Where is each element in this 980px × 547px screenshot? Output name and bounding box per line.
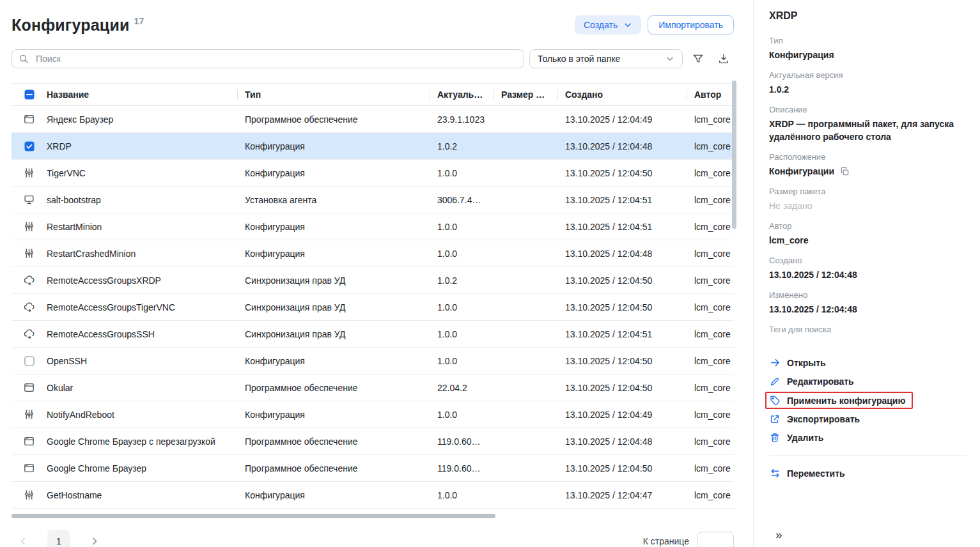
- sliders-icon[interactable]: [24, 167, 35, 178]
- detail-field-label: Изменено: [769, 290, 967, 300]
- page-title: Конфигурации17: [12, 16, 144, 35]
- row-created: 13.10.2025 / 12:04:48: [557, 141, 687, 151]
- table-row[interactable]: RemoteAccessGroupsXRDP Синхронизация пра…: [12, 267, 734, 294]
- table-row[interactable]: Яндекс Браузер Программное обеспечение 2…: [12, 106, 734, 133]
- table-row[interactable]: RemoteAccessGroupsTigerVNC Синхронизация…: [12, 294, 734, 321]
- detail-field-label: Описание: [769, 105, 967, 114]
- details-title: XRDP: [769, 10, 967, 22]
- delete-action[interactable]: Удалить: [765, 429, 831, 446]
- app-window-icon[interactable]: [24, 382, 35, 393]
- table-row[interactable]: RemoteAccessGroupsSSH Синхронизация прав…: [12, 321, 734, 348]
- row-name: RemoteAccessGroupsTigerVNC: [47, 302, 237, 312]
- row-name: RemoteAccessGroupsXRDP: [47, 275, 237, 286]
- table-row[interactable]: salt-bootstrap Установка агента 3006.7.4…: [12, 187, 734, 213]
- sliders-icon[interactable]: [24, 489, 35, 500]
- detail-field: Тип Конфигурация: [769, 36, 967, 61]
- filter-button[interactable]: [688, 49, 708, 68]
- download-button[interactable]: [713, 49, 734, 68]
- action-label: Удалить: [787, 433, 823, 443]
- detail-field: Описание XRDP — программный пакет, для з…: [769, 105, 967, 143]
- row-author: lcm_core: [687, 249, 734, 259]
- action-label: Редактировать: [787, 376, 854, 387]
- table-row[interactable]: RestartMinion Конфигурация 1.0.0 13.10.2…: [12, 213, 734, 240]
- copy-icon[interactable]: [840, 167, 850, 176]
- column-header-version[interactable]: Актуаль…: [430, 84, 494, 105]
- prev-page-button[interactable]: [12, 530, 35, 547]
- row-author: lcm_core: [687, 302, 734, 312]
- folder-scope-select[interactable]: Только в этой папке: [529, 49, 683, 68]
- table-row[interactable]: NotifyAndReboot Конфигурация 1.0.0 13.10…: [12, 401, 734, 428]
- cloud-sync-icon[interactable]: [24, 328, 35, 339]
- sliders-icon[interactable]: [24, 248, 35, 259]
- open-action[interactable]: Открыть: [765, 354, 834, 371]
- column-header-type[interactable]: Тип: [237, 84, 430, 105]
- action-label: Переместить: [787, 468, 845, 479]
- sliders-icon[interactable]: [24, 409, 35, 420]
- row-author: lcm_core: [687, 141, 734, 151]
- edit-action[interactable]: Редактировать: [765, 373, 862, 390]
- detail-field-value: 13.10.2025 / 12:04:48: [769, 268, 857, 281]
- detail-field-value: lcm_core: [769, 234, 808, 247]
- download-icon: [718, 53, 729, 65]
- horizontal-scrollbar-thumb[interactable]: [12, 514, 495, 518]
- row-name: salt-bootstrap: [47, 195, 237, 205]
- cloud-sync-icon[interactable]: [24, 302, 35, 312]
- row-author: lcm_core: [687, 168, 734, 178]
- table-row[interactable]: GetHostname Конфигурация 1.0.0 13.10.202…: [12, 482, 734, 509]
- select-all-checkbox[interactable]: [24, 89, 35, 100]
- detail-field: Автор lcm_core: [769, 221, 967, 247]
- page-1-button[interactable]: 1: [47, 530, 70, 547]
- search-box[interactable]: [12, 49, 524, 68]
- import-button[interactable]: Импортировать: [648, 15, 734, 35]
- vertical-scrollbar[interactable]: [732, 81, 736, 229]
- detail-field: Теги для поиска: [769, 325, 967, 337]
- configurations-table: Название Тип Актуаль… Размер … Создано А…: [12, 83, 734, 518]
- row-author: lcm_core: [687, 114, 734, 125]
- app-window-icon[interactable]: [24, 436, 35, 447]
- row-name: Okular: [47, 383, 237, 393]
- action-label: Применить конфигурацию: [787, 396, 905, 406]
- horizontal-scrollbar[interactable]: [12, 514, 734, 518]
- folder-scope-value: Только в этой папке: [538, 54, 620, 64]
- apply-configuration-action[interactable]: Применить конфигурацию: [765, 392, 913, 409]
- checkbox-empty-icon[interactable]: [24, 356, 35, 366]
- sliders-icon[interactable]: [24, 221, 35, 232]
- app-window-icon[interactable]: [24, 463, 35, 474]
- detail-field-value: Не задано: [769, 199, 812, 212]
- row-created: 13.10.2025 / 12:04:49: [557, 114, 687, 125]
- row-name: RemoteAccessGroupsSSH: [47, 329, 237, 339]
- app-window-icon[interactable]: [24, 114, 35, 125]
- table-row[interactable]: Okular Программное обеспечение 22.04.2 1…: [12, 374, 734, 401]
- next-page-button[interactable]: [83, 530, 106, 547]
- search-input[interactable]: [35, 53, 517, 65]
- row-type: Конфигурация: [237, 222, 430, 232]
- row-author: lcm_core: [687, 329, 734, 339]
- column-header-size[interactable]: Размер …: [494, 84, 557, 105]
- create-button[interactable]: Создать: [575, 15, 641, 35]
- table-row[interactable]: RestartCrashedMinion Конфигурация 1.0.0 …: [12, 240, 734, 267]
- header-actions: Создать Импортировать: [575, 15, 734, 35]
- detail-field: Создано 13.10.2025 / 12:04:48: [769, 256, 967, 281]
- move-action[interactable]: Переместить: [765, 465, 853, 482]
- table-header: Название Тип Актуаль… Размер … Создано А…: [12, 83, 734, 106]
- collapse-panel-button[interactable]: »: [775, 528, 782, 542]
- table-row[interactable]: TigerVNC Конфигурация 1.0.0 13.10.2025 /…: [12, 160, 734, 187]
- row-version: 1.0.2: [430, 275, 494, 286]
- table-row[interactable]: Google Chrome Браузер с перезагрузкой Пр…: [12, 428, 734, 455]
- detail-field-label: Расположение: [769, 152, 967, 162]
- export-action[interactable]: Экспортировать: [765, 411, 867, 428]
- row-created: 13.10.2025 / 12:04:51: [557, 329, 687, 339]
- goto-page: К странице: [643, 532, 734, 547]
- checkbox-checked-icon[interactable]: [24, 141, 35, 151]
- column-header-name[interactable]: Название: [47, 84, 237, 105]
- column-header-created[interactable]: Создано: [557, 84, 687, 105]
- table-row[interactable]: OpenSSH Конфигурация 1.0.0 13.10.2025 / …: [12, 348, 734, 374]
- cloud-sync-icon[interactable]: [24, 275, 35, 286]
- server-icon[interactable]: [24, 194, 35, 205]
- row-type: Программное обеспечение: [237, 114, 430, 125]
- goto-page-input[interactable]: [697, 532, 734, 547]
- chevron-left-icon: [18, 536, 28, 546]
- column-header-author[interactable]: Автор: [687, 84, 734, 105]
- table-row[interactable]: XRDP Конфигурация 1.0.2 13.10.2025 / 12:…: [12, 133, 734, 160]
- table-row[interactable]: Google Chrome Браузер Программное обеспе…: [12, 455, 734, 482]
